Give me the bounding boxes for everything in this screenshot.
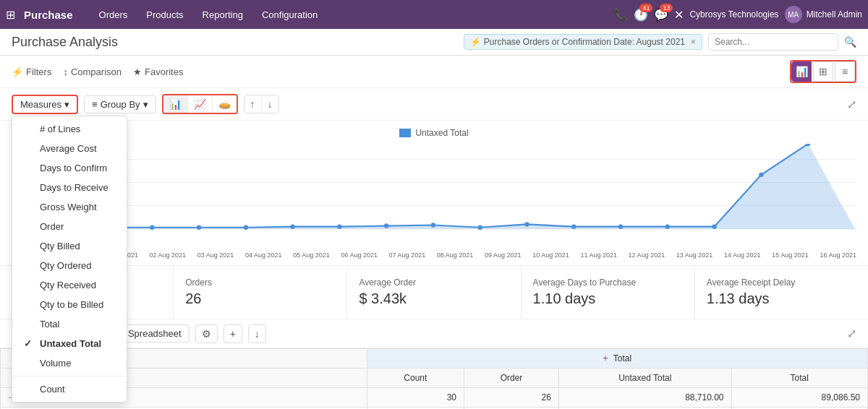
measure-label: Gross Weight bbox=[40, 202, 97, 212]
measure-item-days-confirm[interactable]: Days to Confirm bbox=[12, 158, 127, 178]
measure-label: # of Lines bbox=[40, 124, 80, 134]
user-menu[interactable]: MA Mitchell Admin bbox=[785, 6, 862, 23]
clock-icon[interactable]: 🕐41 bbox=[634, 8, 648, 22]
favorites-button[interactable]: ★ Favorites bbox=[133, 66, 183, 77]
col-count: Count bbox=[367, 369, 464, 388]
chat-icon[interactable]: 💬13 bbox=[654, 8, 668, 22]
x-axis-labels: 30 Jul 2021 31 Jul 2021 01 Aug 2021 02 A… bbox=[12, 251, 856, 259]
user-avatar: MA bbox=[785, 6, 802, 23]
table-row: − Total 30 26 88,710.00 89,086.50 bbox=[1, 388, 868, 408]
measure-item-avg-cost[interactable]: Average Cost bbox=[12, 139, 127, 158]
data-point bbox=[618, 224, 623, 228]
search-button[interactable]: 🔍 bbox=[844, 36, 856, 48]
measure-item-untaxed-total[interactable]: ✓ Untaxed Total bbox=[12, 334, 127, 353]
nav-products[interactable]: Products bbox=[137, 4, 192, 26]
clock-badge: 41 bbox=[639, 4, 652, 12]
sort-asc-button[interactable]: ↑ bbox=[244, 95, 262, 113]
filter-tag-close[interactable]: × bbox=[691, 37, 696, 47]
data-point bbox=[759, 173, 763, 177]
bar-chart-button[interactable]: 📊 bbox=[163, 95, 188, 113]
check-icon: ✓ bbox=[24, 338, 34, 349]
secondary-bar: Purchase Analysis ⚡ Purchase Orders or C… bbox=[0, 29, 868, 56]
pivot-table-wrap: + Total Count Order Untaxed Total Total … bbox=[0, 348, 868, 409]
measure-item-lines[interactable]: # of Lines bbox=[12, 119, 127, 139]
sort-desc-button[interactable]: ↓ bbox=[262, 95, 278, 113]
list-view-button[interactable]: ≡ bbox=[835, 61, 855, 82]
stat-avg-receipt-delay: Average Receipt Delay 1.13 days bbox=[695, 266, 868, 319]
grid-icon[interactable]: ⊞ bbox=[6, 8, 15, 22]
data-point bbox=[150, 225, 154, 230]
chart-area: Untaxed Total bbox=[0, 121, 868, 265]
nav-reporting[interactable]: Reporting bbox=[194, 4, 252, 26]
measure-item-gross-weight[interactable]: Gross Weight bbox=[12, 197, 127, 217]
stat-avg-order: Average Order $ 3.43k bbox=[347, 266, 521, 319]
groupby-label: Group By bbox=[101, 99, 140, 110]
groupby-button[interactable]: ≡ Group By ▾ bbox=[84, 95, 156, 113]
main-content: Purchase Analysis ⚡ Purchase Orders or C… bbox=[0, 29, 868, 409]
measure-label: Qty to be Billed bbox=[40, 299, 103, 310]
measure-item-total[interactable]: Total bbox=[12, 314, 127, 334]
stats-row: Untaxed Total $ 88.71k Orders 26 Average… bbox=[0, 265, 868, 319]
measure-label: Days to Confirm bbox=[40, 163, 107, 173]
filter-tag-text: Purchase Orders or Confirmation Date: Au… bbox=[484, 37, 685, 47]
stat-orders: Orders 26 bbox=[174, 266, 347, 319]
page-title: Purchase Analysis bbox=[12, 35, 118, 50]
sort-buttons: ↑ ↓ bbox=[244, 95, 279, 113]
data-point bbox=[197, 225, 201, 230]
company-name: Cybrosys Technologies bbox=[689, 9, 778, 20]
filter-icon: ⚡ bbox=[470, 37, 481, 47]
phone-icon[interactable]: 📞 bbox=[613, 8, 628, 22]
pivot-download-button[interactable]: ↓ bbox=[248, 324, 266, 343]
measure-label: Qty Received bbox=[40, 280, 96, 290]
close-icon[interactable]: ✕ bbox=[674, 8, 684, 22]
chart-legend: Untaxed Total bbox=[12, 128, 856, 138]
measure-item-count[interactable]: Count bbox=[12, 379, 127, 399]
pie-chart-button[interactable]: 🥧 bbox=[213, 95, 237, 113]
pivot-expand-button[interactable]: ⤢ bbox=[847, 327, 856, 340]
data-point bbox=[290, 224, 294, 228]
nav-orders[interactable]: Orders bbox=[90, 4, 137, 26]
data-point bbox=[244, 225, 248, 230]
filter-icon: ⚡ bbox=[12, 66, 23, 77]
measures-dropdown-arrow: ▾ bbox=[64, 99, 69, 110]
stat-value: 1.13 days bbox=[707, 290, 856, 307]
cell-order: 26 bbox=[464, 388, 559, 408]
measure-label: Days to Receive bbox=[40, 182, 109, 193]
pivot-add-button[interactable]: + bbox=[224, 324, 242, 343]
measure-label: Volume bbox=[40, 358, 71, 369]
search-input[interactable] bbox=[708, 33, 838, 51]
total-label: Total bbox=[613, 353, 631, 363]
filter-tag[interactable]: ⚡ Purchase Orders or Confirmation Date: … bbox=[464, 34, 702, 50]
filter-actions: ⚡ Filters ↕ Comparison ★ Favorites bbox=[12, 66, 183, 77]
stat-value: $ 3.43k bbox=[359, 290, 509, 307]
analysis-toolbar: Measures ▾ ≡ Group By ▾ 📊 📈 🥧 ↑ ↓ ⤢ # of… bbox=[0, 88, 868, 121]
graph-view-button[interactable]: 📊 bbox=[791, 61, 812, 82]
measure-label: Count bbox=[40, 384, 65, 395]
line-chart-button[interactable]: 📈 bbox=[188, 95, 213, 113]
measure-item-order[interactable]: Order bbox=[12, 217, 127, 236]
measure-item-qty-to-billed[interactable]: Qty to be Billed bbox=[12, 295, 127, 314]
measure-item-days-receive[interactable]: Days to Receive bbox=[12, 178, 127, 197]
measure-item-qty-received[interactable]: Qty Received bbox=[12, 275, 127, 295]
measure-item-volume[interactable]: Volume bbox=[12, 353, 127, 373]
groupby-icon: ≡ bbox=[92, 99, 98, 110]
pivot-settings-button[interactable]: ⚙ bbox=[195, 324, 218, 343]
stat-value: 26 bbox=[185, 290, 335, 307]
measure-item-qty-ordered[interactable]: Qty Ordered bbox=[12, 256, 127, 275]
data-point bbox=[384, 223, 388, 228]
filters-button[interactable]: ⚡ Filters bbox=[12, 66, 51, 77]
col-total-header[interactable]: + Total bbox=[367, 349, 867, 369]
expand-button[interactable]: ⤢ bbox=[847, 98, 856, 111]
measure-item-qty-billed[interactable]: Qty Billed bbox=[12, 236, 127, 256]
app-name: Purchase bbox=[24, 9, 73, 21]
data-point bbox=[712, 224, 716, 228]
nav-configuration[interactable]: Configuration bbox=[253, 4, 326, 26]
stat-label: Orders bbox=[185, 277, 335, 288]
measures-button[interactable]: Measures ▾ bbox=[12, 95, 78, 114]
comparison-button[interactable]: ↕ Comparison bbox=[63, 66, 122, 77]
measure-label: Untaxed Total bbox=[40, 338, 101, 349]
pivot-view-button[interactable]: ⊞ bbox=[813, 61, 833, 82]
plus-icon[interactable]: + bbox=[603, 353, 608, 363]
data-point bbox=[665, 224, 670, 228]
measure-label: Average Cost bbox=[40, 143, 97, 154]
